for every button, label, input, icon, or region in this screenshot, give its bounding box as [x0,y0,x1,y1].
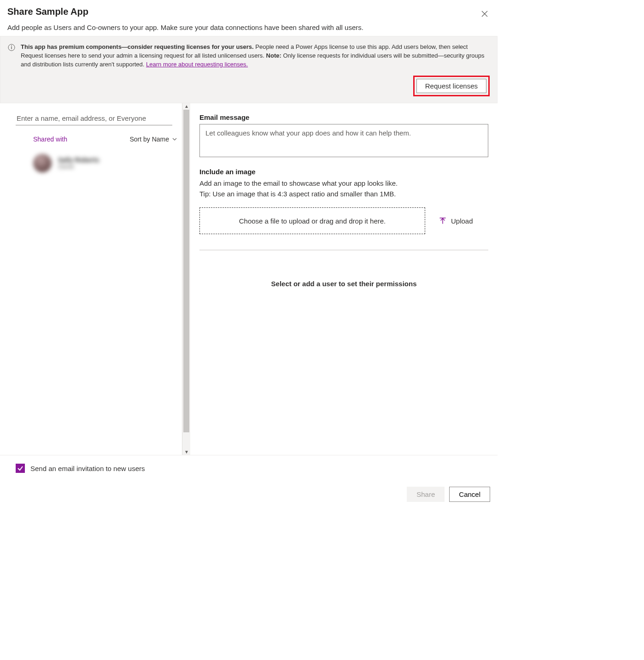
user-name: Sally Roberts [58,156,99,164]
image-dropzone[interactable]: Choose a file to upload or drag and drop… [199,207,425,234]
upload-button[interactable]: Upload [439,217,473,225]
left-pane: Shared with Sort by Name Sally Roberts O… [0,103,190,455]
include-image-label: Include an image [199,168,488,176]
svg-point-1 [11,46,12,47]
scrollbar-thumb[interactable] [183,110,189,432]
email-message-label: Email message [199,113,488,121]
chevron-down-icon [172,136,177,142]
user-role: Owner [58,164,99,170]
license-notice: This app has premium components—consider… [0,36,498,103]
info-icon [8,44,15,51]
image-help-2: Tip: Use an image that is 4:3 aspect rat… [199,189,488,199]
shared-user-row[interactable]: Sally Roberts Owner [33,154,181,172]
email-message-input[interactable] [199,124,488,157]
notice-note-label: Note: [266,52,281,59]
svg-rect-2 [11,47,12,49]
request-licenses-button[interactable]: Request licenses [416,79,486,93]
image-help-1: Add an image to the email to showcase wh… [199,178,488,189]
separator [199,250,488,250]
notice-text: This app has premium components—consider… [21,43,490,69]
close-button[interactable] [477,6,492,21]
sort-label: Sort by Name [129,136,169,143]
send-email-label[interactable]: Send an email invitation to new users [30,465,145,472]
request-licenses-highlight: Request licenses [413,76,490,96]
check-icon [17,465,23,471]
permissions-prompt: Select or add a user to set their permis… [199,280,488,288]
send-email-checkbox[interactable] [16,464,25,473]
avatar [33,154,52,172]
learn-more-link[interactable]: Learn more about requesting licenses. [146,61,248,68]
share-button: Share [407,487,445,502]
close-icon [481,11,488,17]
notice-lead: This app has premium components—consider… [21,43,254,50]
people-search-input[interactable] [16,112,172,125]
right-pane: Email message Include an image Add an im… [190,103,498,455]
scroll-up-icon[interactable]: ▲ [182,103,191,110]
left-scrollbar[interactable]: ▲ ▼ [182,103,190,455]
shared-with-label: Shared with [33,136,67,143]
sort-control[interactable]: Sort by Name [129,136,177,143]
email-invite-row: Send an email invitation to new users [0,455,498,481]
upload-arrow-icon [439,217,446,224]
cancel-button[interactable]: Cancel [449,487,490,502]
scroll-down-icon[interactable]: ▼ [182,448,191,455]
dialog-subtitle: Add people as Users and Co-owners to you… [0,24,498,36]
upload-label: Upload [451,217,473,225]
dialog-title: Share Sample App [7,6,490,17]
